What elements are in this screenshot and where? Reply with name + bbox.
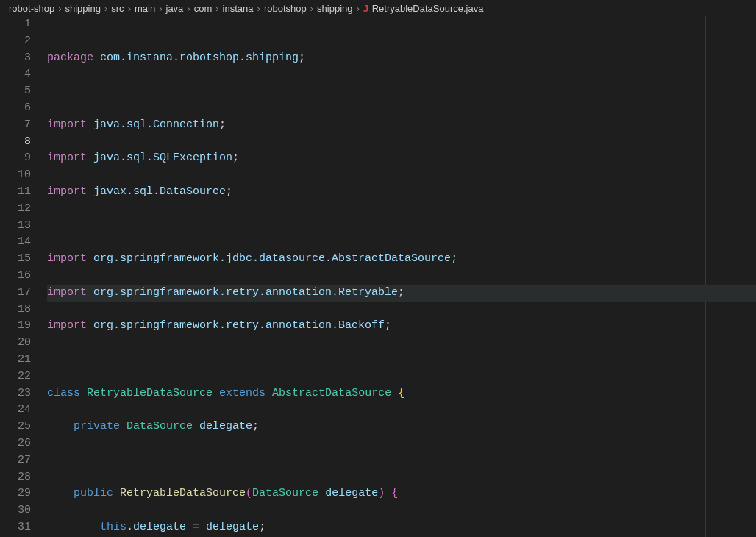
- breadcrumb-item[interactable]: java: [166, 3, 184, 14]
- import-path: org.springframework.jdbc.datasource.Abst…: [93, 252, 451, 265]
- type-name: AbstractDataSource: [272, 387, 391, 399]
- type-name: DataSource: [252, 487, 318, 499]
- param-name: delegate: [325, 487, 378, 499]
- chevron-right-icon: ›: [128, 3, 131, 14]
- line-number: 30: [0, 502, 31, 519]
- chevron-right-icon: ›: [58, 3, 61, 14]
- line-number: 23: [0, 385, 31, 402]
- breadcrumb[interactable]: robot-shop› shipping› src› main› java› c…: [0, 0, 756, 16]
- chevron-right-icon: ›: [257, 3, 260, 14]
- line-number: 3: [0, 50, 31, 67]
- field-name: delegate: [133, 521, 186, 533]
- keyword: package: [47, 51, 93, 64]
- line-number: 4: [0, 66, 31, 83]
- breadcrumb-item[interactable]: shipping: [65, 3, 101, 14]
- line-number: 25: [0, 419, 31, 435]
- class-name: RetryableDataSource: [87, 387, 213, 399]
- chevron-right-icon: ›: [310, 3, 313, 14]
- breadcrumb-item[interactable]: com: [194, 3, 213, 14]
- breadcrumb-file[interactable]: RetryableDataSource.java: [372, 3, 484, 14]
- keyword: this: [100, 521, 126, 533]
- keyword: import: [47, 118, 87, 131]
- import-path: javax.sql.DataSource: [93, 185, 226, 198]
- import-path: org.springframework.retry.annotation.Ret…: [93, 286, 398, 299]
- import-path: java.sql.Connection: [93, 118, 219, 131]
- breadcrumb-item[interactable]: shipping: [317, 3, 352, 14]
- chevron-right-icon: ›: [215, 3, 218, 14]
- chevron-right-icon: ›: [104, 3, 107, 14]
- line-number: 22: [0, 369, 31, 385]
- var-name: delegate: [206, 521, 259, 533]
- line-number: 31: [0, 519, 31, 536]
- field-name: delegate: [199, 420, 252, 433]
- line-number: 24: [0, 402, 31, 419]
- line-number: 19: [0, 318, 31, 335]
- line-number: 2: [0, 33, 31, 50]
- import-path: org.springframework.retry.annotation.Bac…: [93, 319, 385, 332]
- breadcrumb-item[interactable]: instana: [223, 3, 254, 14]
- line-number: 27: [0, 452, 31, 469]
- line-number: 29: [0, 486, 31, 502]
- line-number: 14: [0, 234, 31, 251]
- line-number: 1: [0, 16, 31, 33]
- line-number: 5: [0, 83, 31, 100]
- line-number: 20: [0, 335, 31, 352]
- import-path: java.sql.SQLException: [93, 152, 232, 164]
- breadcrumb-item[interactable]: src: [111, 3, 124, 14]
- keyword: import: [47, 286, 87, 299]
- breadcrumb-item[interactable]: robotshop: [264, 3, 307, 14]
- line-number: 21: [0, 352, 31, 369]
- line-number: 13: [0, 218, 31, 235]
- chevron-right-icon: ›: [187, 3, 190, 14]
- keyword: import: [47, 152, 87, 164]
- code-content[interactable]: package com.instana.robotshop.shipping; …: [47, 16, 756, 537]
- breadcrumb-item[interactable]: main: [135, 3, 155, 14]
- line-number: 6: [0, 100, 31, 117]
- line-number: 9: [0, 150, 31, 167]
- java-file-icon: J: [363, 3, 369, 14]
- line-number: 11: [0, 184, 31, 201]
- line-number: 16: [0, 268, 31, 285]
- line-number: 7: [0, 117, 31, 134]
- chevron-right-icon: ›: [159, 3, 162, 14]
- line-number: 17: [0, 285, 31, 302]
- keyword: import: [47, 319, 87, 332]
- chevron-right-icon: ›: [356, 3, 359, 14]
- keyword: import: [47, 185, 87, 198]
- line-number: 18: [0, 302, 31, 319]
- line-number: 28: [0, 469, 31, 486]
- type-name: DataSource: [126, 420, 193, 433]
- keyword: class: [47, 387, 80, 399]
- keyword: import: [47, 252, 87, 265]
- keyword: private: [74, 420, 120, 433]
- code-editor[interactable]: 1234567891011121314151617181920212223242…: [0, 16, 756, 537]
- line-number: 8: [0, 134, 31, 151]
- breadcrumb-item[interactable]: robot-shop: [9, 3, 54, 14]
- package-path: com.instana.robotshop.shipping: [100, 51, 299, 64]
- keyword: public: [74, 487, 113, 499]
- constructor-name: RetryableDataSource: [120, 487, 246, 499]
- line-number-gutter: 1234567891011121314151617181920212223242…: [0, 16, 47, 537]
- line-number: 10: [0, 167, 31, 184]
- line-number: 15: [0, 251, 31, 268]
- line-number: 26: [0, 435, 31, 452]
- keyword: extends: [219, 387, 265, 399]
- line-number: 12: [0, 201, 31, 218]
